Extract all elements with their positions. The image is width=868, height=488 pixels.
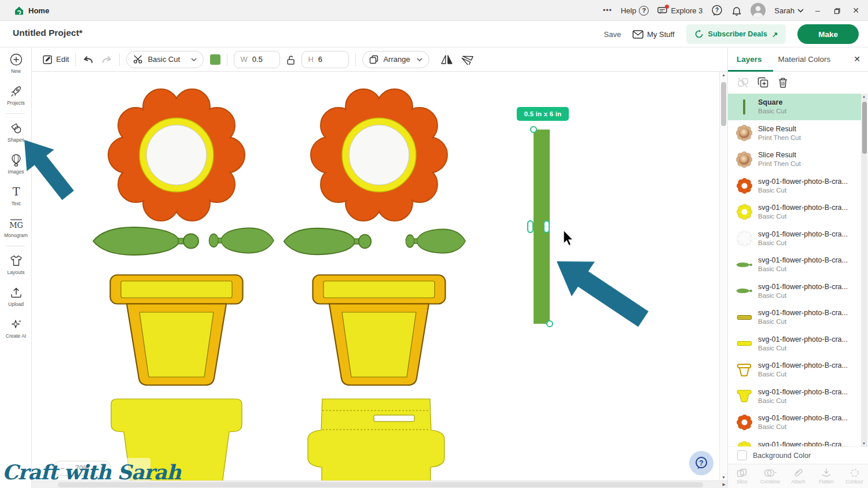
pot-shape-2[interactable] [312, 274, 446, 386]
pot-box-template-shape[interactable] [307, 398, 446, 480]
tab-material-colors[interactable]: Material Colors [778, 55, 831, 64]
arrange-select[interactable]: Arrange [362, 51, 429, 68]
layer-row-leaf[interactable]: svg-01-flower-photo-B-cra...Basic Cut [728, 278, 862, 305]
svg-text:MG: MG [9, 221, 23, 230]
design-canvas[interactable] [32, 72, 719, 480]
layer-row-square[interactable]: SquareBasic Cut [728, 94, 862, 120]
canvas-vertical-scrollbar[interactable]: ▲ ▼ [719, 72, 727, 480]
maximize-button[interactable] [832, 6, 842, 15]
sidebar-item-new[interactable]: New [0, 47, 32, 79]
sidebar-item-create-ai[interactable]: Create AI [0, 312, 32, 344]
width-input[interactable]: W 0.5 [234, 51, 280, 68]
sidebar-item-projects[interactable]: Projects [0, 79, 32, 111]
duplicate-button[interactable] [757, 77, 769, 88]
scroll-right-icon[interactable]: ▶ [723, 482, 726, 487]
pot-shape-1[interactable] [109, 274, 244, 386]
layer-row-slice-result[interactable]: Slice ResultPrint Then Cut [728, 146, 862, 173]
slice-icon [737, 468, 747, 478]
slice-button[interactable]: Slice [728, 464, 756, 488]
selection-handle-bottom-right[interactable] [546, 320, 553, 327]
make-button[interactable]: Make [797, 24, 859, 44]
help-question-icon: ? [639, 6, 649, 16]
ungroup-button[interactable] [737, 77, 749, 88]
help-bubble-button[interactable]: ? [689, 451, 713, 475]
background-color-swatch[interactable] [737, 450, 747, 460]
layers-scrollbar[interactable]: ▲ ▼ [861, 94, 867, 446]
layer-row-pot-outline[interactable]: svg-01-flower-photo-B-cra...Basic Cut [728, 357, 862, 383]
tab-layers[interactable]: Layers [737, 55, 762, 64]
sidebar-item-layouts[interactable]: Layouts [0, 249, 32, 280]
flatten-button[interactable]: Flatten [812, 464, 841, 488]
layer-row-pot-yellow[interactable]: svg-01-flower-photo-B-cra...Basic Cut [728, 383, 862, 410]
close-button[interactable]: ✕ [851, 6, 861, 15]
vertical-scroll-thumb[interactable] [721, 82, 726, 126]
leaf-shape-4[interactable] [405, 227, 466, 256]
user-avatar[interactable] [751, 3, 766, 18]
flower-shape-2[interactable] [310, 86, 448, 224]
layer-row-bar-yellow[interactable]: svg-01-flower-photo-B-cra...Basic Cut [728, 331, 862, 357]
tab-home[interactable]: Home [5, 0, 58, 21]
flip-vertical-button[interactable] [459, 54, 473, 65]
lock-ratio-toggle[interactable] [286, 54, 295, 64]
combine-button[interactable]: Combine [756, 464, 785, 488]
scroll-up-icon[interactable]: ▲ [722, 73, 726, 77]
layers-scroll-thumb[interactable] [862, 102, 867, 154]
layer-row-leaf[interactable]: svg-01-flower-photo-B-cra...Basic Cut [728, 252, 862, 278]
project-bar: Untitled Project* Save My Stuff Subscrib… [0, 21, 868, 47]
subscriber-deals-button[interactable]: Subscriber Deals ↗ [686, 24, 786, 44]
save-button[interactable]: Save [604, 30, 621, 39]
layer-row-flower-dashed[interactable]: svg-01-flower-photo-B-cra...Basic Cut [728, 225, 862, 252]
layer-row-flower-orange[interactable]: svg-01-flower-photo-B-cra...Basic Cut [728, 173, 862, 199]
flatten-label: Flatten [819, 479, 834, 485]
panel-close-icon[interactable]: ✕ [854, 54, 860, 64]
edit-button[interactable]: Edit [42, 54, 69, 65]
layer-row-slice-result[interactable]: Slice ResultPrint Then Cut [728, 120, 862, 147]
scroll-up-icon[interactable]: ▲ [862, 95, 866, 98]
height-input[interactable]: H 6 [301, 51, 349, 68]
attach-button[interactable]: Attach [784, 464, 812, 488]
notifications-bell-icon[interactable] [731, 5, 742, 16]
selection-handle-top-left[interactable] [530, 126, 537, 133]
sidebar-item-text[interactable]: T Text [0, 180, 32, 212]
explore-menu[interactable]: Explore 3 [657, 6, 703, 15]
selection-handle-left[interactable] [527, 220, 534, 233]
sidebar-label: Projects [7, 100, 25, 106]
layer-row-flower-yellow[interactable]: svg-01-flower-photo-B-cra...Basic Cut [728, 436, 862, 447]
flower-shape-1[interactable] [107, 86, 246, 224]
undo-button[interactable] [82, 54, 94, 65]
sidebar-item-monogram[interactable]: MG Monogram [0, 212, 32, 243]
layer-thumb-flower-dashed [735, 231, 753, 246]
overflow-menu-icon[interactable]: ••• [603, 6, 612, 14]
redo-button[interactable] [101, 54, 113, 65]
color-swatch[interactable] [210, 54, 220, 65]
sidebar-item-images[interactable]: Images [0, 148, 32, 180]
explore-label: Explore 3 [671, 6, 703, 15]
scroll-down-icon[interactable]: ▼ [722, 475, 726, 479]
contour-button[interactable]: Contour [840, 464, 868, 488]
explore-icon [657, 6, 668, 14]
scroll-down-icon[interactable]: ▼ [862, 442, 866, 445]
layer-row-flower-orange[interactable]: svg-01-flower-photo-B-cra...Basic Cut [728, 409, 862, 436]
leaf-shape-3[interactable] [282, 225, 372, 257]
layer-row-flower-yellow[interactable]: svg-01-flower-photo-B-cra...Basic Cut [728, 199, 862, 225]
sidebar-item-upload[interactable]: Upload [0, 280, 32, 312]
leaf-shape-2[interactable] [208, 225, 275, 256]
slice-label: Slice [737, 479, 747, 485]
delete-button[interactable] [778, 77, 788, 88]
my-stuff-button[interactable]: My Stuff [632, 30, 674, 39]
leaf-shape-1[interactable] [91, 224, 200, 258]
selection-handle-right[interactable] [543, 220, 550, 233]
minimize-button[interactable]: – [812, 6, 823, 15]
horizontal-scroll-thumb[interactable] [58, 482, 703, 487]
canvas-horizontal-scrollbar[interactable]: ▶ [32, 480, 727, 488]
help-menu[interactable]: Help ? [621, 6, 649, 16]
layer-thumb-flower-yellow [735, 441, 753, 446]
layer-row-bar-gold[interactable]: svg-01-flower-photo-B-cra...Basic Cut [728, 304, 862, 331]
height-value: 6 [318, 55, 322, 64]
flip-horizontal-button[interactable] [440, 54, 453, 65]
operation-select[interactable]: Basic Cut [126, 51, 204, 68]
feedback-icon[interactable]: ? [711, 5, 723, 16]
user-menu[interactable]: Sarah [774, 6, 804, 15]
sidebar-item-shapes[interactable]: Shapes [0, 116, 32, 148]
shapes-icon [9, 121, 23, 135]
